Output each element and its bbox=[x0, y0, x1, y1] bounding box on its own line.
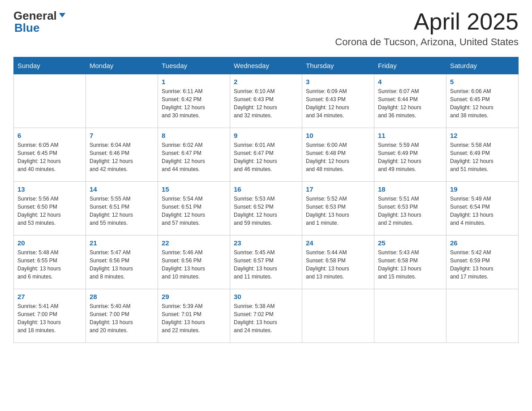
day-info: Sunrise: 5:54 AM Sunset: 6:51 PM Dayligh… bbox=[162, 195, 226, 227]
day-header-saturday: Saturday bbox=[446, 57, 519, 74]
calendar-cell: 27Sunrise: 5:41 AM Sunset: 7:00 PM Dayli… bbox=[14, 289, 86, 343]
day-info: Sunrise: 6:11 AM Sunset: 6:42 PM Dayligh… bbox=[162, 87, 226, 120]
day-info: Sunrise: 5:40 AM Sunset: 7:00 PM Dayligh… bbox=[90, 302, 154, 334]
day-info: Sunrise: 5:59 AM Sunset: 6:49 PM Dayligh… bbox=[378, 141, 442, 173]
calendar-cell: 12Sunrise: 5:58 AM Sunset: 6:49 PM Dayli… bbox=[446, 128, 519, 182]
calendar-header-row: SundayMondayTuesdayWednesdayThursdayFrid… bbox=[14, 57, 519, 74]
title-area: April 2025 Corona de Tucson, Arizona, Un… bbox=[335, 9, 519, 48]
day-number: 20 bbox=[17, 239, 82, 247]
day-info: Sunrise: 6:01 AM Sunset: 6:47 PM Dayligh… bbox=[234, 141, 298, 173]
day-number: 27 bbox=[17, 293, 82, 300]
day-number: 26 bbox=[450, 239, 515, 247]
day-number: 13 bbox=[17, 185, 82, 193]
day-info: Sunrise: 5:56 AM Sunset: 6:50 PM Dayligh… bbox=[17, 195, 82, 227]
calendar-cell: 23Sunrise: 5:45 AM Sunset: 6:57 PM Dayli… bbox=[230, 235, 302, 289]
day-number: 17 bbox=[306, 185, 370, 193]
logo-arrow-icon bbox=[58, 11, 66, 21]
day-number: 1 bbox=[162, 78, 226, 86]
calendar-cell: 26Sunrise: 5:42 AM Sunset: 6:59 PM Dayli… bbox=[446, 235, 519, 289]
day-number: 11 bbox=[378, 132, 442, 139]
day-number: 9 bbox=[234, 132, 298, 139]
calendar-cell: 17Sunrise: 5:52 AM Sunset: 6:53 PM Dayli… bbox=[302, 182, 374, 235]
calendar-cell: 1Sunrise: 6:11 AM Sunset: 6:42 PM Daylig… bbox=[158, 74, 230, 128]
calendar-week-row: 1Sunrise: 6:11 AM Sunset: 6:42 PM Daylig… bbox=[14, 74, 519, 128]
calendar-cell: 9Sunrise: 6:01 AM Sunset: 6:47 PM Daylig… bbox=[230, 128, 302, 182]
day-number: 19 bbox=[450, 185, 515, 193]
day-number: 25 bbox=[378, 239, 442, 247]
day-info: Sunrise: 6:04 AM Sunset: 6:46 PM Dayligh… bbox=[90, 141, 154, 173]
calendar-cell: 4Sunrise: 6:07 AM Sunset: 6:44 PM Daylig… bbox=[374, 74, 446, 128]
calendar-week-row: 13Sunrise: 5:56 AM Sunset: 6:50 PM Dayli… bbox=[14, 182, 519, 235]
day-number: 14 bbox=[90, 185, 154, 193]
calendar-cell: 7Sunrise: 6:04 AM Sunset: 6:46 PM Daylig… bbox=[86, 128, 158, 182]
svg-marker-0 bbox=[59, 13, 65, 17]
logo: General Blue bbox=[13, 9, 66, 35]
day-info: Sunrise: 5:49 AM Sunset: 6:54 PM Dayligh… bbox=[450, 195, 515, 227]
calendar-cell: 11Sunrise: 5:59 AM Sunset: 6:49 PM Dayli… bbox=[374, 128, 446, 182]
calendar-table: SundayMondayTuesdayWednesdayThursdayFrid… bbox=[13, 57, 519, 343]
day-info: Sunrise: 6:09 AM Sunset: 6:43 PM Dayligh… bbox=[306, 87, 370, 120]
day-number: 3 bbox=[306, 78, 370, 86]
page-title: April 2025 bbox=[335, 9, 519, 34]
day-header-sunday: Sunday bbox=[14, 57, 86, 74]
calendar-cell bbox=[374, 289, 446, 343]
day-info: Sunrise: 5:39 AM Sunset: 7:01 PM Dayligh… bbox=[162, 302, 226, 334]
calendar-cell bbox=[14, 74, 86, 128]
day-number: 10 bbox=[306, 132, 370, 139]
day-number: 12 bbox=[450, 132, 515, 139]
calendar-cell: 16Sunrise: 5:53 AM Sunset: 6:52 PM Dayli… bbox=[230, 182, 302, 235]
day-info: Sunrise: 5:48 AM Sunset: 6:55 PM Dayligh… bbox=[17, 248, 82, 281]
day-header-tuesday: Tuesday bbox=[158, 57, 230, 74]
day-number: 2 bbox=[234, 78, 298, 86]
day-info: Sunrise: 5:41 AM Sunset: 7:00 PM Dayligh… bbox=[17, 302, 82, 334]
day-info: Sunrise: 6:00 AM Sunset: 6:48 PM Dayligh… bbox=[306, 141, 370, 173]
calendar-cell: 30Sunrise: 5:38 AM Sunset: 7:02 PM Dayli… bbox=[230, 289, 302, 343]
day-number: 16 bbox=[234, 185, 298, 193]
day-header-wednesday: Wednesday bbox=[230, 57, 302, 74]
calendar-week-row: 20Sunrise: 5:48 AM Sunset: 6:55 PM Dayli… bbox=[14, 235, 519, 289]
calendar-cell: 10Sunrise: 6:00 AM Sunset: 6:48 PM Dayli… bbox=[302, 128, 374, 182]
day-info: Sunrise: 5:55 AM Sunset: 6:51 PM Dayligh… bbox=[90, 195, 154, 227]
calendar-week-row: 27Sunrise: 5:41 AM Sunset: 7:00 PM Dayli… bbox=[14, 289, 519, 343]
day-info: Sunrise: 5:42 AM Sunset: 6:59 PM Dayligh… bbox=[450, 248, 515, 281]
header: General Blue April 2025 Corona de Tucson… bbox=[13, 9, 519, 48]
day-number: 30 bbox=[234, 293, 298, 300]
day-info: Sunrise: 5:45 AM Sunset: 6:57 PM Dayligh… bbox=[234, 248, 298, 281]
calendar-cell: 2Sunrise: 6:10 AM Sunset: 6:43 PM Daylig… bbox=[230, 74, 302, 128]
day-number: 21 bbox=[90, 239, 154, 247]
calendar-cell: 22Sunrise: 5:46 AM Sunset: 6:56 PM Dayli… bbox=[158, 235, 230, 289]
day-number: 24 bbox=[306, 239, 370, 247]
calendar-cell: 19Sunrise: 5:49 AM Sunset: 6:54 PM Dayli… bbox=[446, 182, 519, 235]
day-info: Sunrise: 5:51 AM Sunset: 6:53 PM Dayligh… bbox=[378, 195, 442, 227]
day-info: Sunrise: 5:53 AM Sunset: 6:52 PM Dayligh… bbox=[234, 195, 298, 227]
day-number: 15 bbox=[162, 185, 226, 193]
day-number: 29 bbox=[162, 293, 226, 300]
calendar-cell bbox=[86, 74, 158, 128]
calendar-cell: 20Sunrise: 5:48 AM Sunset: 6:55 PM Dayli… bbox=[14, 235, 86, 289]
calendar-cell: 14Sunrise: 5:55 AM Sunset: 6:51 PM Dayli… bbox=[86, 182, 158, 235]
day-info: Sunrise: 5:47 AM Sunset: 6:56 PM Dayligh… bbox=[90, 248, 154, 281]
calendar-cell bbox=[302, 289, 374, 343]
day-number: 22 bbox=[162, 239, 226, 247]
calendar-cell bbox=[446, 289, 519, 343]
day-info: Sunrise: 6:02 AM Sunset: 6:47 PM Dayligh… bbox=[162, 141, 226, 173]
day-header-monday: Monday bbox=[86, 57, 158, 74]
day-info: Sunrise: 5:44 AM Sunset: 6:58 PM Dayligh… bbox=[306, 248, 370, 281]
day-number: 23 bbox=[234, 239, 298, 247]
day-info: Sunrise: 5:43 AM Sunset: 6:58 PM Dayligh… bbox=[378, 248, 442, 281]
day-number: 6 bbox=[17, 132, 82, 139]
day-info: Sunrise: 5:58 AM Sunset: 6:49 PM Dayligh… bbox=[450, 141, 515, 173]
day-info: Sunrise: 5:38 AM Sunset: 7:02 PM Dayligh… bbox=[234, 302, 298, 334]
day-number: 4 bbox=[378, 78, 442, 86]
day-number: 8 bbox=[162, 132, 226, 139]
calendar-cell: 18Sunrise: 5:51 AM Sunset: 6:53 PM Dayli… bbox=[374, 182, 446, 235]
day-number: 18 bbox=[378, 185, 442, 193]
calendar-cell: 15Sunrise: 5:54 AM Sunset: 6:51 PM Dayli… bbox=[158, 182, 230, 235]
calendar-cell: 5Sunrise: 6:06 AM Sunset: 6:45 PM Daylig… bbox=[446, 74, 519, 128]
day-number: 5 bbox=[450, 78, 515, 86]
calendar-cell: 28Sunrise: 5:40 AM Sunset: 7:00 PM Dayli… bbox=[86, 289, 158, 343]
day-info: Sunrise: 5:46 AM Sunset: 6:56 PM Dayligh… bbox=[162, 248, 226, 281]
calendar-cell: 29Sunrise: 5:39 AM Sunset: 7:01 PM Dayli… bbox=[158, 289, 230, 343]
day-info: Sunrise: 6:10 AM Sunset: 6:43 PM Dayligh… bbox=[234, 87, 298, 120]
day-info: Sunrise: 5:52 AM Sunset: 6:53 PM Dayligh… bbox=[306, 195, 370, 227]
